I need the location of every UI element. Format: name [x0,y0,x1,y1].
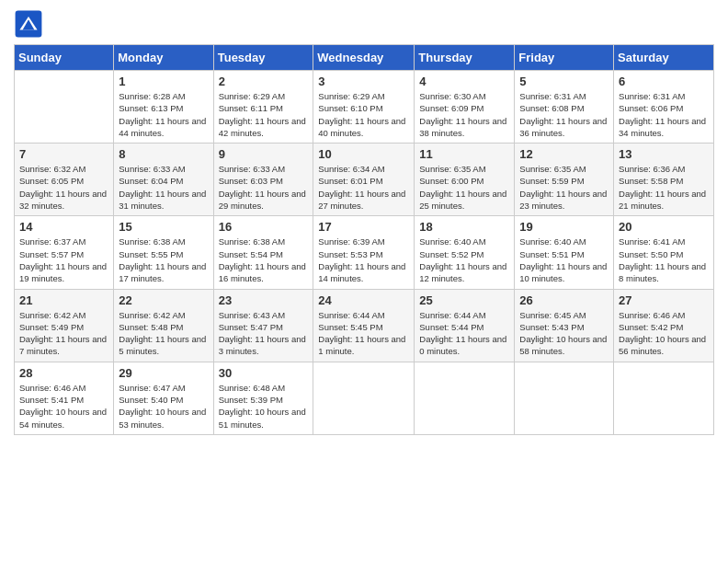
day-info: Sunrise: 6:29 AMSunset: 6:11 PMDaylight:… [219,90,309,139]
day-number: 8 [119,147,208,161]
calendar-week-row: 1Sunrise: 6:28 AMSunset: 6:13 PMDaylight… [15,71,714,144]
day-number: 5 [519,75,609,88]
calendar-cell: 18Sunrise: 6:40 AMSunset: 5:52 PMDayligh… [415,216,515,289]
calendar-cell: 27Sunrise: 6:46 AMSunset: 5:42 PMDayligh… [614,289,714,362]
weekday-header-wednesday: Wednesday [313,45,415,71]
day-number: 12 [519,147,609,161]
day-info: Sunrise: 6:42 AMSunset: 5:48 PMDaylight:… [119,309,208,358]
calendar-cell: 20Sunrise: 6:41 AMSunset: 5:50 PMDayligh… [614,216,714,289]
day-number: 2 [219,75,309,88]
day-number: 15 [119,220,208,234]
weekday-header-thursday: Thursday [415,45,515,71]
calendar-cell: 21Sunrise: 6:42 AMSunset: 5:49 PMDayligh… [15,289,114,362]
day-info: Sunrise: 6:40 AMSunset: 5:51 PMDaylight:… [519,236,609,284]
calendar-cell: 8Sunrise: 6:33 AMSunset: 6:04 PMDaylight… [114,144,213,216]
day-number: 21 [19,293,108,307]
day-info: Sunrise: 6:44 AMSunset: 5:45 PMDaylight:… [318,309,409,358]
calendar-cell: 7Sunrise: 6:32 AMSunset: 6:05 PMDaylight… [15,144,114,216]
day-info: Sunrise: 6:28 AMSunset: 6:13 PMDaylight:… [119,90,208,139]
calendar-cell: 4Sunrise: 6:30 AMSunset: 6:09 PMDaylight… [415,71,515,144]
logo-icon [14,9,43,39]
day-number: 29 [119,366,208,380]
calendar-cell [15,71,114,144]
calendar-cell: 3Sunrise: 6:29 AMSunset: 6:10 PMDaylight… [313,71,415,144]
calendar-week-row: 14Sunrise: 6:37 AMSunset: 5:57 PMDayligh… [15,216,714,289]
calendar-cell: 25Sunrise: 6:44 AMSunset: 5:44 PMDayligh… [415,289,515,362]
weekday-header-saturday: Saturday [614,45,714,71]
day-info: Sunrise: 6:36 AMSunset: 5:58 PMDaylight:… [619,163,709,212]
calendar-cell: 24Sunrise: 6:44 AMSunset: 5:45 PMDayligh… [313,289,415,362]
day-info: Sunrise: 6:37 AMSunset: 5:57 PMDaylight:… [19,236,108,284]
calendar-cell: 29Sunrise: 6:47 AMSunset: 5:40 PMDayligh… [114,362,213,434]
calendar-cell: 14Sunrise: 6:37 AMSunset: 5:57 PMDayligh… [15,216,114,289]
day-number: 3 [318,75,409,88]
calendar-cell: 23Sunrise: 6:43 AMSunset: 5:47 PMDayligh… [213,289,313,362]
calendar-table: SundayMondayTuesdayWednesdayThursdayFrid… [14,44,714,435]
day-number: 1 [119,75,208,88]
calendar-cell: 11Sunrise: 6:35 AMSunset: 6:00 PMDayligh… [415,144,515,216]
day-number: 19 [519,220,609,234]
day-info: Sunrise: 6:45 AMSunset: 5:43 PMDaylight:… [519,309,609,358]
day-info: Sunrise: 6:39 AMSunset: 5:53 PMDaylight:… [318,236,409,284]
weekday-header-monday: Monday [114,45,213,71]
day-info: Sunrise: 6:41 AMSunset: 5:50 PMDaylight:… [619,236,709,284]
weekday-header-friday: Friday [515,45,614,71]
day-number: 13 [619,147,709,161]
day-info: Sunrise: 6:31 AMSunset: 6:06 PMDaylight:… [619,90,709,139]
calendar-cell [415,362,515,434]
calendar-cell: 6Sunrise: 6:31 AMSunset: 6:06 PMDaylight… [614,71,714,144]
day-info: Sunrise: 6:46 AMSunset: 5:42 PMDaylight:… [619,309,709,358]
day-number: 4 [419,75,509,88]
calendar-cell: 30Sunrise: 6:48 AMSunset: 5:39 PMDayligh… [213,362,313,434]
day-info: Sunrise: 6:33 AMSunset: 6:04 PMDaylight:… [119,163,208,212]
day-info: Sunrise: 6:34 AMSunset: 6:01 PMDaylight:… [318,163,409,212]
calendar-week-row: 28Sunrise: 6:46 AMSunset: 5:41 PMDayligh… [15,362,714,434]
page-header [14,9,714,39]
calendar-header-row: SundayMondayTuesdayWednesdayThursdayFrid… [15,45,714,71]
calendar-cell [614,362,714,434]
day-number: 22 [119,293,208,307]
weekday-header-sunday: Sunday [15,45,114,71]
day-info: Sunrise: 6:46 AMSunset: 5:41 PMDaylight:… [19,382,108,431]
day-number: 7 [19,147,108,161]
day-number: 6 [619,75,709,88]
day-info: Sunrise: 6:32 AMSunset: 6:05 PMDaylight:… [19,163,108,212]
day-info: Sunrise: 6:48 AMSunset: 5:39 PMDaylight:… [219,382,309,431]
calendar-cell: 9Sunrise: 6:33 AMSunset: 6:03 PMDaylight… [213,144,313,216]
day-number: 11 [419,147,509,161]
day-number: 18 [419,220,509,234]
day-info: Sunrise: 6:43 AMSunset: 5:47 PMDaylight:… [219,309,309,358]
day-number: 16 [219,220,309,234]
day-info: Sunrise: 6:38 AMSunset: 5:55 PMDaylight:… [119,236,208,284]
calendar-cell: 22Sunrise: 6:42 AMSunset: 5:48 PMDayligh… [114,289,213,362]
day-number: 9 [219,147,309,161]
day-info: Sunrise: 6:35 AMSunset: 6:00 PMDaylight:… [419,163,509,212]
day-number: 26 [519,293,609,307]
calendar-cell: 1Sunrise: 6:28 AMSunset: 6:13 PMDaylight… [114,71,213,144]
day-info: Sunrise: 6:42 AMSunset: 5:49 PMDaylight:… [19,309,108,358]
day-info: Sunrise: 6:35 AMSunset: 5:59 PMDaylight:… [519,163,609,212]
weekday-header-tuesday: Tuesday [213,45,313,71]
day-info: Sunrise: 6:38 AMSunset: 5:54 PMDaylight:… [219,236,309,284]
calendar-cell: 13Sunrise: 6:36 AMSunset: 5:58 PMDayligh… [614,144,714,216]
day-number: 17 [318,220,409,234]
day-info: Sunrise: 6:44 AMSunset: 5:44 PMDaylight:… [419,309,509,358]
calendar-week-row: 7Sunrise: 6:32 AMSunset: 6:05 PMDaylight… [15,144,714,216]
calendar-cell: 17Sunrise: 6:39 AMSunset: 5:53 PMDayligh… [313,216,415,289]
day-info: Sunrise: 6:29 AMSunset: 6:10 PMDaylight:… [318,90,409,139]
calendar-cell: 19Sunrise: 6:40 AMSunset: 5:51 PMDayligh… [515,216,614,289]
calendar-cell: 26Sunrise: 6:45 AMSunset: 5:43 PMDayligh… [515,289,614,362]
calendar-cell: 15Sunrise: 6:38 AMSunset: 5:55 PMDayligh… [114,216,213,289]
calendar-cell: 28Sunrise: 6:46 AMSunset: 5:41 PMDayligh… [15,362,114,434]
calendar-cell [313,362,415,434]
day-number: 20 [619,220,709,234]
calendar-cell: 16Sunrise: 6:38 AMSunset: 5:54 PMDayligh… [213,216,313,289]
day-number: 23 [219,293,309,307]
logo [14,9,47,39]
calendar-cell: 2Sunrise: 6:29 AMSunset: 6:11 PMDaylight… [213,71,313,144]
calendar-week-row: 21Sunrise: 6:42 AMSunset: 5:49 PMDayligh… [15,289,714,362]
calendar-cell: 10Sunrise: 6:34 AMSunset: 6:01 PMDayligh… [313,144,415,216]
day-number: 28 [19,366,108,380]
day-info: Sunrise: 6:31 AMSunset: 6:08 PMDaylight:… [519,90,609,139]
day-info: Sunrise: 6:40 AMSunset: 5:52 PMDaylight:… [419,236,509,284]
